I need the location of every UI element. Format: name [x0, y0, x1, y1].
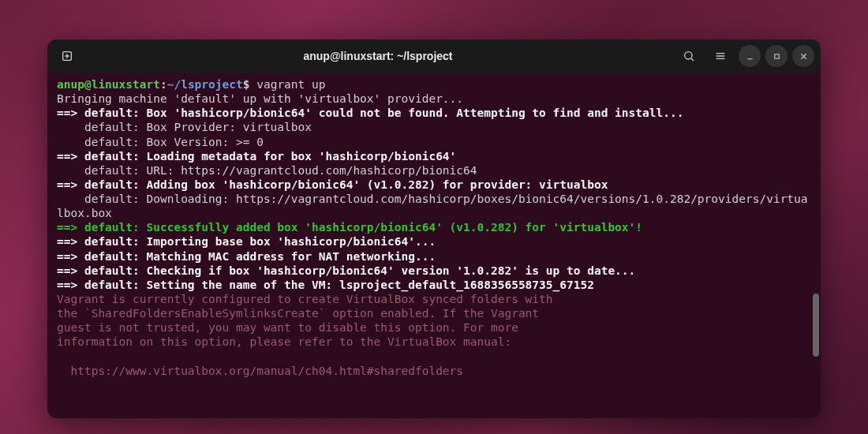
- output-warning-line: information on this option, please refer…: [57, 335, 811, 349]
- svg-line-4: [691, 58, 694, 61]
- svg-rect-9: [774, 54, 778, 58]
- output-line: default: URL: https://vagrantcloud.com/h…: [57, 163, 811, 178]
- command-text: vagrant up: [256, 78, 325, 91]
- output-line: ==> default: Importing base box 'hashico…: [57, 234, 811, 249]
- maximize-button[interactable]: [765, 45, 788, 67]
- output-warning-link: https://www.virtualbox.org/manual/ch04.h…: [57, 364, 811, 378]
- titlebar: anup@linuxstart: ~/lsproject: [47, 39, 821, 73]
- output-line: default: Box Version: >= 0: [57, 135, 811, 149]
- output-warning-line: Vagrant is currently configured to creat…: [57, 292, 811, 306]
- output-warning-line: guest is not trusted, you may want to di…: [57, 320, 811, 335]
- output-line: ==> default: Box 'hashicorp/bionic64' co…: [57, 106, 811, 120]
- window-title: anup@linuxstart: ~/lsproject: [87, 50, 669, 62]
- prompt-user-host: anup@linuxstart: [57, 78, 160, 91]
- output-line: default: Downloading: https://vagrantclo…: [57, 192, 811, 220]
- output-line: ==> default: Checking if box 'hashicorp/…: [57, 264, 811, 278]
- output-success-line: ==> default: Successfully added box 'has…: [57, 220, 811, 234]
- prompt-line: anup@linuxstart:~/lsproject$ vagrant up: [57, 77, 811, 92]
- output-warning-line: [57, 349, 811, 363]
- new-tab-button[interactable]: [54, 45, 80, 67]
- terminal-window: anup@linuxstart: ~/lsproject anup@linuxs…: [47, 39, 821, 418]
- menu-button[interactable]: [707, 45, 734, 67]
- minimize-button[interactable]: [739, 45, 761, 67]
- prompt-path: ~/lsproject: [167, 78, 243, 91]
- output-line: default: Box Provider: virtualbox: [57, 120, 811, 134]
- output-line: ==> default: Adding box 'hashicorp/bioni…: [57, 178, 811, 192]
- prompt-symbol: $: [243, 78, 250, 91]
- svg-point-3: [685, 52, 692, 59]
- output-warning-line: the `SharedFoldersEnableSymlinksCreate` …: [57, 306, 811, 320]
- output-line: ==> default: Loading metadata for box 'h…: [57, 149, 811, 163]
- prompt-separator: :: [160, 78, 167, 91]
- scrollbar-thumb[interactable]: [813, 294, 819, 357]
- search-button[interactable]: [675, 45, 702, 67]
- output-line: ==> default: Matching MAC address for NA…: [57, 249, 811, 264]
- output-line: Bringing machine 'default' up with 'virt…: [57, 92, 811, 106]
- close-button[interactable]: [792, 45, 814, 67]
- output-line: ==> default: Setting the name of the VM:…: [57, 278, 811, 292]
- terminal-body[interactable]: anup@linuxstart:~/lsproject$ vagrant up …: [47, 73, 821, 418]
